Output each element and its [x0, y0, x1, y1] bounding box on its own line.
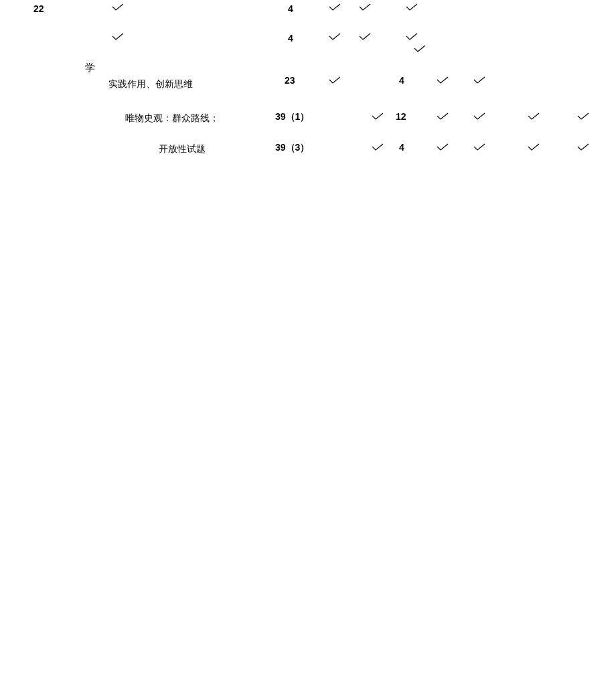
- check-icon: [437, 76, 449, 84]
- row4-val: 4: [399, 142, 404, 153]
- row0-col0: 22: [33, 3, 44, 14]
- check-icon: [406, 3, 418, 11]
- row4-num: 39（3）: [275, 142, 309, 154]
- check-icon: [437, 143, 449, 151]
- row1-col2: 4: [288, 33, 293, 44]
- check-icon: [473, 76, 485, 84]
- check-icon: [414, 45, 426, 53]
- check-icon: [528, 143, 540, 151]
- side-label: 学: [85, 62, 95, 74]
- check-icon: [473, 143, 485, 151]
- check-icon: [329, 3, 341, 11]
- row3-topic: 唯物史观：群众路线；: [125, 112, 219, 125]
- check-icon: [112, 33, 124, 41]
- row0-col2: 4: [288, 3, 293, 14]
- check-icon: [359, 3, 371, 11]
- row4-topic: 开放性试题: [159, 143, 206, 155]
- row2-num: 23: [285, 75, 295, 86]
- check-icon: [329, 33, 341, 41]
- check-icon: [406, 33, 418, 41]
- check-icon: [112, 3, 124, 11]
- check-icon: [577, 143, 589, 151]
- check-icon: [528, 112, 540, 121]
- check-icon: [372, 112, 384, 121]
- check-icon: [372, 143, 384, 151]
- row3-num: 39（1）: [275, 111, 309, 123]
- check-icon: [473, 112, 485, 121]
- check-icon: [359, 33, 371, 41]
- check-icon: [577, 112, 589, 121]
- check-icon: [437, 112, 449, 121]
- check-icon: [329, 76, 341, 84]
- row2-topic: 实践作用、创新思维: [108, 78, 193, 90]
- row3-val: 12: [396, 111, 406, 122]
- row2-val: 4: [399, 75, 404, 86]
